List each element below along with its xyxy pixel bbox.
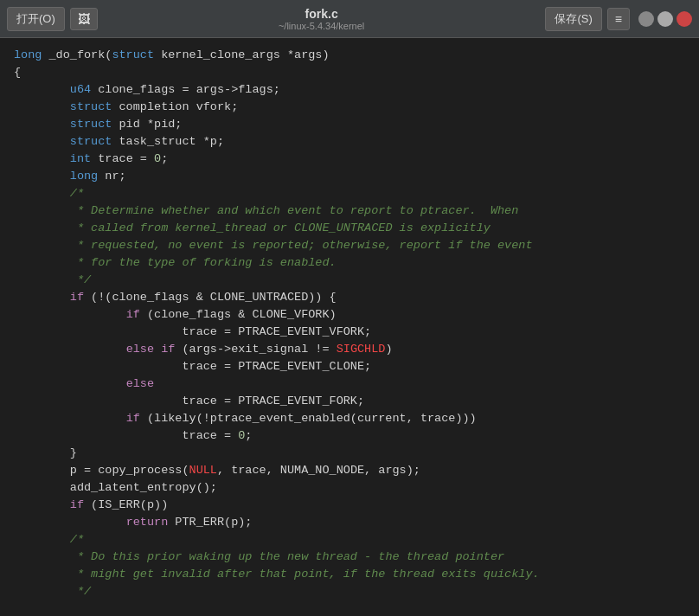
code-line: * Do this prior waking up the new thread… <box>0 549 699 566</box>
minimize-button[interactable] <box>638 11 654 27</box>
maximize-button[interactable] <box>657 11 673 27</box>
filename: fork.c <box>98 7 546 21</box>
code-line: * Determine whether and which event to r… <box>0 202 699 220</box>
code-line: return PTR_ERR(p); <box>0 514 699 531</box>
code-area[interactable]: long _do_fork(struct kernel_clone_args *… <box>0 38 699 616</box>
code-line: /* <box>0 185 699 202</box>
menu-button[interactable]: ≡ <box>607 8 630 30</box>
titlebar-right: 保存(S) ≡ <box>545 7 692 31</box>
code-line: add_latent_entropy(); <box>0 479 699 497</box>
open-button[interactable]: 打开(O) <box>7 7 65 31</box>
code-line: struct completion vfork; <box>0 99 699 116</box>
code-line: else if (args->exit_signal != SIGCHLD) <box>0 341 699 358</box>
code-line: * for the type of forking is enabled. <box>0 254 699 272</box>
code-line: if (!(clone_flags & CLONE_UNTRACED)) { <box>0 289 699 306</box>
close-button[interactable] <box>677 11 692 27</box>
code-line: if (likely(!ptrace_event_enabled(current… <box>0 410 699 427</box>
titlebar-left: 打开(O) 🖼 <box>7 7 98 31</box>
file-icon-button[interactable]: 🖼 <box>70 8 98 30</box>
code-line: trace = PTRACE_EVENT_FORK; <box>0 393 699 410</box>
code-line: /* <box>0 531 699 549</box>
code-line: * called from kernel_thread or CLONE_UNT… <box>0 220 699 237</box>
code-line: p = copy_process(NULL, trace, NUMA_NO_NO… <box>0 462 699 479</box>
code-line: trace = PTRACE_EVENT_CLONE; <box>0 358 699 375</box>
code-line: if (clone_flags & CLONE_VFORK) <box>0 306 699 324</box>
code-line: { <box>0 64 699 81</box>
save-button[interactable]: 保存(S) <box>545 7 601 31</box>
filepath: ~/linux-5.4.34/kernel <box>98 21 546 31</box>
code-line: if (IS_ERR(p)) <box>0 497 699 514</box>
code-line: */ <box>0 272 699 289</box>
titlebar-center: fork.c ~/linux-5.4.34/kernel <box>98 7 546 31</box>
window-controls <box>638 11 692 27</box>
code-line: } <box>0 445 699 462</box>
code-line: * requested, no event is reported; other… <box>0 237 699 254</box>
code-line: trace = PTRACE_EVENT_VFORK; <box>0 324 699 341</box>
code-line: int trace = 0; <box>0 151 699 168</box>
titlebar: 打开(O) 🖼 fork.c ~/linux-5.4.34/kernel 保存(… <box>0 0 699 38</box>
code-line: u64 clone_flags = args->flags; <box>0 81 699 99</box>
code-line: */ <box>0 583 699 600</box>
code-line: else <box>0 375 699 393</box>
code-line: struct pid *pid; <box>0 116 699 133</box>
code-line: long nr; <box>0 168 699 185</box>
code-line: * might get invalid after that point, if… <box>0 566 699 583</box>
file-icon: 🖼 <box>78 12 90 26</box>
code-line: struct task_struct *p; <box>0 133 699 151</box>
code-line: long _do_fork(struct kernel_clone_args *… <box>0 47 699 64</box>
code-line: trace = 0; <box>0 427 699 445</box>
